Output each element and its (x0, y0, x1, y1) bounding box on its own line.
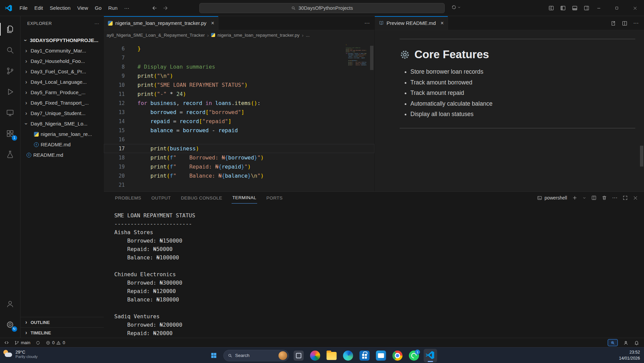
new-terminal-icon[interactable] (572, 195, 577, 201)
code-line[interactable]: 15 balance = borrowed - repaid (104, 126, 374, 135)
extensions-icon[interactable]: 1 (0, 123, 21, 144)
accounts-icon[interactable] (0, 293, 21, 314)
menu-item-run[interactable]: Run (105, 3, 121, 12)
kill-terminal-icon[interactable] (602, 195, 607, 201)
taskbar-search[interactable]: Search (224, 350, 289, 361)
code-editor[interactable]: 6}78# Display Loan summaries9print("\n")… (104, 40, 374, 191)
toggle-primary-sidebar-icon[interactable] (560, 5, 566, 11)
panel-tab-problems[interactable]: PROBLEMS (114, 192, 142, 204)
breadcrumb-folder[interactable]: ay8_Nigeria_SME_Loan_&_Repayment_Tracker (107, 33, 205, 38)
chrome-taskbar-icon[interactable] (391, 349, 404, 362)
code-line[interactable]: 10print("SME LOAN REPAYMENT STATUS") (104, 80, 374, 89)
notifications-bell-icon[interactable] (634, 340, 639, 346)
search-icon[interactable] (0, 40, 21, 61)
terminal-output[interactable]: SME LOAN REPAYMENT STATUS---------------… (104, 204, 644, 337)
file-explorer-taskbar-icon[interactable] (325, 349, 338, 362)
preview-more-actions-icon[interactable]: ··· (633, 20, 639, 26)
code-line[interactable]: 17 print(business) (104, 144, 374, 153)
edge-taskbar-icon[interactable] (341, 349, 355, 362)
panel-more-actions-icon[interactable]: ··· (612, 195, 617, 201)
split-terminal-icon[interactable] (591, 195, 597, 201)
close-button[interactable] (626, 0, 644, 16)
microsoft-store-taskbar-icon[interactable] (358, 349, 371, 362)
maximize-button[interactable] (608, 0, 626, 16)
shell-selector[interactable]: powershell (537, 195, 567, 201)
tree-item[interactable]: ›Day2_Household_Foo... (21, 56, 104, 66)
breadcrumb-symbol[interactable]: ... (306, 33, 310, 38)
editor-more-actions-icon[interactable]: ··· (364, 20, 370, 26)
menu-item-edit[interactable]: Edit (31, 3, 46, 12)
menu-item-more[interactable]: ··· (121, 3, 133, 12)
tab-python-file[interactable]: nigeria_sme_loan_repayment_tracker.py × (104, 16, 218, 30)
task-view-taskbar-icon[interactable] (292, 349, 306, 362)
split-editor-icon[interactable] (622, 21, 628, 26)
explorer-more-actions-icon[interactable]: ··· (94, 21, 99, 26)
open-preview-source-icon[interactable] (610, 21, 616, 26)
accounts-icon[interactable] (623, 340, 629, 346)
panel-tab-ports[interactable]: PORTS (266, 192, 283, 204)
code-line[interactable]: 20 print(f" Balance: ₦{balance}\n") (104, 171, 374, 180)
code-line[interactable]: 6} (104, 44, 374, 53)
code-line[interactable]: 11print("-" * 24) (104, 89, 374, 99)
close-panel-icon[interactable] (633, 195, 638, 201)
vscode-taskbar-icon[interactable] (424, 349, 437, 362)
panel-tab-terminal[interactable]: TERMINAL (232, 192, 257, 204)
menu-item-selection[interactable]: Selection (46, 3, 74, 12)
breadcrumb-file[interactable]: nigeria_sme_loan_repayment_tracker.py (217, 33, 299, 38)
weather-widget[interactable]: 29°C Partly cloudy (3, 349, 38, 359)
editor-scrollbar[interactable] (370, 46, 373, 70)
run-debug-icon[interactable] (0, 81, 21, 102)
code-line[interactable]: 12for business, record in loans.items(): (104, 99, 374, 108)
tree-item[interactable]: iREADME.md (21, 150, 104, 160)
start-button[interactable] (207, 349, 220, 362)
code-line[interactable]: 21 (104, 180, 374, 189)
minimap[interactable]: }# Display Loan summariesprint("\n")prin… (346, 44, 366, 189)
code-line[interactable]: 14 repaid = record["repaid"] (104, 117, 374, 126)
code-line[interactable]: 8# Display Loan summaries (104, 62, 374, 71)
back-arrow-icon[interactable] (152, 5, 158, 11)
tree-item[interactable]: ›Day7_Unique_Student... (21, 108, 104, 118)
outlook-taskbar-icon[interactable] (374, 349, 388, 362)
command-center-search[interactable]: 30DaysOfPythonProjects (199, 3, 445, 13)
testing-icon[interactable] (0, 144, 21, 165)
remote-indicator-icon[interactable] (4, 340, 9, 345)
outline-section[interactable]: › OUTLINE (21, 317, 104, 327)
tree-item[interactable]: ›Day5_Farm_Produce_... (21, 87, 104, 98)
zoom-indicator[interactable] (608, 339, 618, 346)
code-line[interactable]: 13 borrowed = record["borrowed"] (104, 108, 374, 117)
tree-root-folder[interactable]: › 30DAYSOFPYTHONPROJE... (21, 35, 104, 45)
clock-widget[interactable]: 23:52 14/01/2026 (619, 350, 640, 361)
m365-copilot-taskbar-icon[interactable] (309, 349, 322, 362)
refresh-tasks-icon[interactable] (451, 5, 461, 10)
tree-item[interactable]: nigeria_sme_loan_re... (21, 129, 104, 139)
panel-tab-output[interactable]: OUTPUT (151, 192, 171, 204)
tree-item[interactable]: ›Day6_Fixed_Transport_... (21, 98, 104, 108)
source-control-icon[interactable] (0, 61, 21, 81)
code-line[interactable]: 7 (104, 53, 374, 62)
menu-item-go[interactable]: Go (91, 3, 105, 12)
breadcrumb[interactable]: ay8_Nigeria_SME_Loan_&_Repayment_Tracker… (104, 30, 374, 40)
forward-arrow-icon[interactable] (162, 5, 168, 11)
tree-item[interactable]: ›Day4_Local_Language... (21, 77, 104, 87)
code-line[interactable]: 16 (104, 135, 374, 144)
remote-explorer-icon[interactable] (0, 102, 21, 123)
git-branch-status[interactable]: main (14, 340, 30, 345)
tree-item[interactable]: ›Day8_Nigeria_SME_Lo... (21, 118, 104, 129)
tree-item[interactable]: ›Day3_Fuel_Cost_&_Pr... (21, 66, 104, 77)
sync-changes-icon[interactable] (36, 340, 40, 345)
close-tab-icon[interactable]: × (211, 20, 214, 26)
menu-item-file[interactable]: File (16, 3, 31, 12)
problems-status[interactable]: 0 0 (46, 340, 65, 345)
code-line[interactable]: 9print("\n") (104, 71, 374, 80)
whatsapp-taskbar-icon[interactable]: 1 (407, 349, 421, 362)
menu-item-view[interactable]: View (74, 3, 91, 12)
explorer-icon[interactable] (0, 19, 21, 40)
code-line[interactable]: 19 print(f" Repaid: ₦{repaid}") (104, 162, 374, 171)
minimize-button[interactable] (590, 0, 608, 16)
settings-gear-icon[interactable]: ↻ (0, 314, 21, 335)
toggle-panel-icon[interactable] (572, 5, 578, 11)
customize-layout-icon[interactable] (548, 5, 554, 11)
timeline-section[interactable]: › TIMELINE (21, 327, 104, 338)
tree-item[interactable]: ›Day1_Community_Mar... (21, 45, 104, 56)
close-tab-icon[interactable]: × (441, 20, 444, 26)
